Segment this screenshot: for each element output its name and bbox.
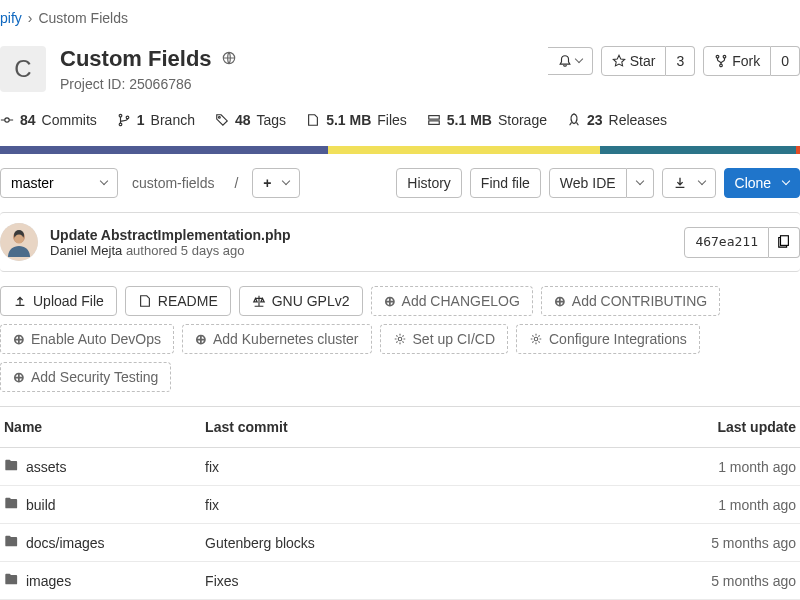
clipboard-icon — [777, 234, 791, 248]
star-count: 3 — [666, 46, 695, 76]
fork-count: 0 — [771, 46, 800, 76]
commit-message[interactable]: fix — [205, 497, 219, 513]
breadcrumb: pify › Custom Fields — [0, 0, 800, 36]
col-commit: Last commit — [201, 407, 628, 448]
configure-integrations-chip[interactable]: Configure Integrations — [516, 324, 700, 354]
add-dropdown[interactable]: + — [252, 168, 300, 198]
folder-icon — [4, 496, 18, 513]
notification-dropdown[interactable] — [548, 47, 593, 75]
chevron-down-icon — [282, 177, 290, 185]
add-security-chip[interactable]: ⊕ Add Security Testing — [0, 362, 171, 392]
chevron-down-icon — [574, 55, 582, 63]
enable-autodevops-chip[interactable]: ⊕ Enable Auto DevOps — [0, 324, 174, 354]
web-ide-button[interactable]: Web IDE — [549, 168, 627, 198]
plus-icon: ⊕ — [195, 331, 207, 347]
last-update: 5 months ago — [628, 562, 800, 600]
history-button[interactable]: History — [396, 168, 462, 198]
gear-icon — [529, 332, 543, 346]
bell-icon — [558, 54, 572, 68]
add-k8s-chip[interactable]: ⊕ Add Kubernetes cluster — [182, 324, 372, 354]
commit-message[interactable]: Gutenberg blocks — [205, 535, 315, 551]
commit-message[interactable]: fix — [205, 459, 219, 475]
plus-icon: + — [263, 175, 271, 191]
last-update: 5 months ago — [628, 524, 800, 562]
breadcrumb-parent[interactable]: pify — [0, 10, 22, 26]
find-file-button[interactable]: Find file — [470, 168, 541, 198]
breadcrumb-sep: › — [28, 10, 33, 26]
download-dropdown[interactable] — [662, 168, 716, 198]
tag-icon — [215, 113, 229, 127]
svg-rect-10 — [429, 121, 440, 125]
stat-files[interactable]: 5.1 MBFiles — [306, 112, 407, 128]
svg-point-4 — [5, 118, 9, 122]
table-row[interactable]: docs/imagesGutenberg blocks5 months ago — [0, 524, 800, 562]
folder-icon — [4, 458, 18, 475]
folder-icon — [4, 534, 18, 551]
fork-button[interactable]: Fork — [703, 46, 771, 76]
branch-select[interactable]: master — [0, 168, 118, 198]
add-changelog-chip[interactable]: ⊕ Add CHANGELOG — [371, 286, 533, 316]
star-icon — [612, 54, 626, 68]
page-title: Custom Fields — [60, 46, 212, 72]
table-row[interactable]: buildfix1 month ago — [0, 486, 800, 524]
commit-time: 5 days ago — [181, 243, 245, 258]
upload-file-chip[interactable]: Upload File — [0, 286, 117, 316]
rocket-icon — [567, 113, 581, 127]
table-row[interactable]: imagesFixes5 months ago — [0, 562, 800, 600]
storage-icon — [427, 113, 441, 127]
clone-button[interactable]: Clone — [724, 168, 800, 198]
file-tree-table: Name Last commit Last update assetsfix1 … — [0, 406, 800, 600]
setup-cicd-chip[interactable]: Set up CI/CD — [380, 324, 508, 354]
file-name[interactable]: assets — [26, 459, 66, 475]
svg-point-1 — [716, 55, 719, 58]
project-id: Project ID: 25066786 — [60, 76, 236, 92]
svg-rect-15 — [781, 235, 789, 245]
plus-icon: ⊕ — [13, 331, 25, 347]
last-update: 1 month ago — [628, 448, 800, 486]
file-name[interactable]: images — [26, 573, 71, 589]
commit-author[interactable]: Daniel Mejta — [50, 243, 122, 258]
file-icon — [306, 113, 320, 127]
language-bar — [0, 146, 800, 154]
repo-path[interactable]: custom-fields — [126, 175, 220, 191]
file-name[interactable]: build — [26, 497, 56, 513]
plus-icon: ⊕ — [384, 293, 396, 309]
upload-icon — [13, 294, 27, 308]
chevron-down-icon — [100, 177, 108, 185]
commit-message[interactable]: Fixes — [205, 573, 238, 589]
copy-sha-button[interactable] — [769, 227, 800, 258]
gear-icon — [393, 332, 407, 346]
add-contributing-chip[interactable]: ⊕ Add CONTRIBUTING — [541, 286, 720, 316]
avatar[interactable] — [0, 223, 38, 261]
readme-chip[interactable]: README — [125, 286, 231, 316]
plus-icon: ⊕ — [13, 369, 25, 385]
stat-commits[interactable]: 84Commits — [0, 112, 97, 128]
folder-icon — [4, 572, 18, 589]
svg-point-8 — [218, 117, 220, 119]
commit-sha[interactable]: 467ea211 — [684, 227, 769, 258]
col-name: Name — [0, 407, 201, 448]
stat-releases[interactable]: 23Releases — [567, 112, 667, 128]
license-chip[interactable]: GNU GPLv2 — [239, 286, 363, 316]
globe-icon — [222, 51, 236, 68]
svg-point-6 — [126, 116, 129, 119]
plus-icon: ⊕ — [554, 293, 566, 309]
project-actions-chips: Upload File README GNU GPLv2 ⊕ Add CHANG… — [0, 286, 800, 392]
web-ide-dropdown[interactable] — [627, 168, 654, 198]
file-name[interactable]: docs/images — [26, 535, 105, 551]
commit-title[interactable]: Update AbstractImplementation.php — [50, 227, 291, 243]
project-header: C Custom Fields Project ID: 25066786 Sta… — [0, 36, 800, 102]
branch-icon — [117, 113, 131, 127]
star-button[interactable]: Star — [601, 46, 667, 76]
stat-storage[interactable]: 5.1 MBStorage — [427, 112, 547, 128]
doc-icon — [138, 294, 152, 308]
stat-tags[interactable]: 48Tags — [215, 112, 286, 128]
svg-point-14 — [15, 235, 24, 244]
table-row[interactable]: assetsfix1 month ago — [0, 448, 800, 486]
svg-point-5 — [119, 114, 122, 117]
chevron-down-icon — [782, 177, 790, 185]
chevron-down-icon — [635, 177, 643, 185]
stat-branches[interactable]: 1Branch — [117, 112, 195, 128]
latest-commit: Update AbstractImplementation.php Daniel… — [0, 212, 800, 272]
download-icon — [673, 176, 687, 190]
